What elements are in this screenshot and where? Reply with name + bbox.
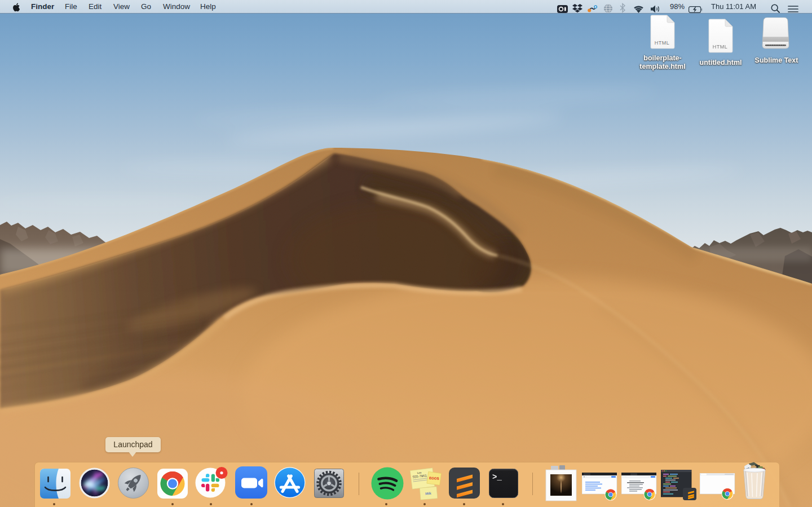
svg-text:HTML: HTML: [655, 40, 670, 46]
svg-text:Lou: Lou: [417, 471, 422, 474]
svg-text:>_: >_: [492, 473, 502, 482]
svg-text:HTML: HTML: [713, 44, 728, 50]
svg-text:EGGS: EGGS: [429, 476, 439, 480]
svg-text:Milk: Milk: [425, 492, 432, 496]
